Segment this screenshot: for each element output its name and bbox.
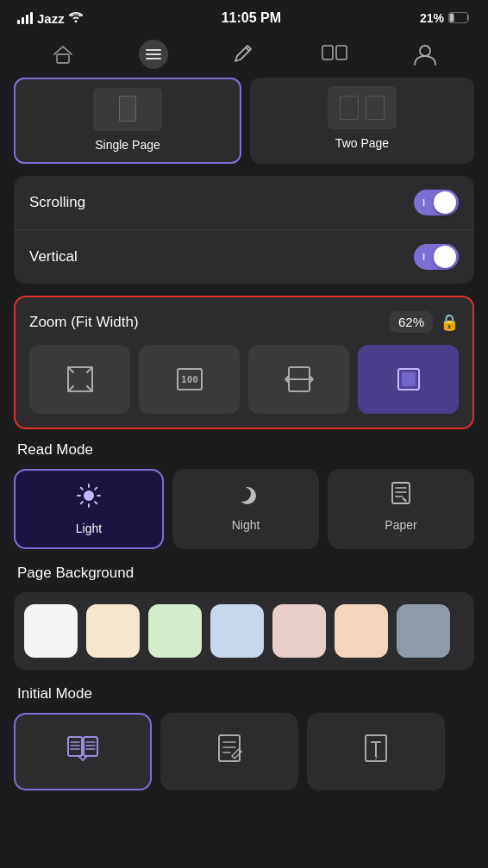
two-page-button[interactable]: Two Page — [250, 78, 474, 164]
home-icon[interactable] — [41, 36, 84, 72]
zoom-fit-height-button[interactable] — [358, 345, 459, 414]
vertical-toggle[interactable] — [414, 244, 459, 270]
svg-rect-5 — [146, 53, 161, 55]
color-pink[interactable] — [272, 604, 326, 658]
initial-mode-book-button[interactable] — [14, 713, 152, 790]
status-bar: Jazz 11:05 PM 21% — [0, 0, 488, 31]
zoom-fit-width-button[interactable] — [248, 345, 349, 414]
top-nav — [0, 31, 488, 78]
scrolling-label: Scrolling — [29, 194, 85, 211]
zoom-value-row: 62% 🔒 — [390, 311, 459, 333]
battery-label: 21% — [420, 11, 444, 25]
vertical-row: Vertical — [14, 229, 474, 284]
svg-text:100: 100 — [181, 374, 198, 385]
vertical-label: Vertical — [29, 248, 78, 265]
two-page-icon — [328, 86, 397, 129]
page-background-label: Page Background — [14, 565, 474, 582]
scrolling-knob — [434, 191, 456, 214]
svg-rect-1 — [450, 13, 454, 22]
text-icon: T — [361, 734, 391, 771]
book-icon — [66, 734, 99, 771]
svg-rect-6 — [146, 58, 161, 59]
zoom-section: Zoom (Fit Width) 62% 🔒 100 — [14, 296, 474, 429]
single-page-button[interactable]: Single Page — [14, 78, 241, 164]
color-gray[interactable] — [397, 604, 450, 658]
svg-rect-7 — [322, 46, 333, 59]
single-page-icon — [93, 88, 162, 131]
color-peach[interactable] — [335, 604, 388, 658]
svg-rect-37 — [84, 737, 97, 756]
wifi-icon — [69, 12, 83, 25]
svg-rect-36 — [68, 737, 82, 756]
color-swatches — [14, 592, 474, 670]
svg-line-31 — [81, 502, 83, 503]
read-mode-section: Read Mode Light — [14, 441, 474, 549]
color-white[interactable] — [24, 604, 78, 658]
initial-mode-note-button[interactable] — [160, 713, 298, 790]
svg-rect-2 — [57, 54, 69, 63]
color-green[interactable] — [148, 604, 202, 658]
status-right: 21% — [420, 11, 471, 26]
lock-icon[interactable]: 🔒 — [440, 313, 459, 332]
zoom-fit-page-button[interactable] — [29, 345, 130, 414]
read-mode-paper-label: Paper — [385, 518, 416, 532]
initial-mode-section: Initial Mode — [14, 685, 474, 790]
scrolling-toggle[interactable] — [414, 190, 459, 215]
moon-icon — [234, 481, 258, 511]
carrier-label: Jazz — [37, 11, 65, 26]
svg-point-9 — [420, 46, 430, 56]
read-mode-light-button[interactable]: Light — [14, 469, 164, 549]
initial-mode-text-button[interactable]: T — [307, 713, 445, 790]
color-blue[interactable] — [210, 604, 264, 658]
svg-line-28 — [81, 488, 83, 490]
read-mode-light-label: Light — [76, 521, 102, 535]
initial-mode-label: Initial Mode — [14, 685, 474, 703]
read-mode-label: Read Mode — [14, 441, 474, 459]
sun-icon — [76, 483, 102, 515]
page-background-section: Page Background — [14, 565, 474, 670]
toggle-section: Scrolling Vertical — [14, 176, 474, 284]
initial-mode-buttons: T — [14, 713, 474, 790]
read-mode-night-label: Night — [232, 518, 260, 532]
battery-icon — [448, 11, 471, 26]
page-layout-row: Single Page Two Page — [14, 78, 474, 164]
scrolling-row: Scrolling — [14, 176, 474, 229]
read-mode-paper-button[interactable]: Paper — [328, 469, 474, 549]
svg-rect-15 — [366, 97, 384, 119]
svg-text:T: T — [374, 755, 379, 763]
svg-rect-4 — [146, 49, 161, 51]
zoom-title: Zoom (Fit Width) — [29, 314, 139, 331]
svg-point-23 — [84, 490, 94, 501]
main-content: Single Page Two Page Scrolling Vertical — [0, 78, 488, 790]
vertical-knob — [434, 246, 456, 268]
read-mode-buttons: Light Night — [14, 469, 474, 549]
svg-line-29 — [95, 502, 97, 503]
svg-rect-11 — [120, 97, 135, 121]
single-page-label: Single Page — [95, 138, 160, 152]
time-label: 11:05 PM — [222, 10, 281, 26]
svg-line-30 — [95, 488, 97, 490]
user-icon[interactable] — [404, 36, 447, 72]
signal-bars — [17, 12, 33, 24]
status-left: Jazz — [17, 11, 83, 26]
zoom-buttons: 100 — [29, 345, 459, 414]
edit-icon[interactable] — [222, 36, 266, 72]
zoom-header: Zoom (Fit Width) 62% 🔒 — [29, 311, 459, 333]
paper-icon — [389, 481, 413, 511]
note-icon — [215, 734, 244, 771]
svg-rect-8 — [336, 46, 347, 59]
zoom-value: 62% — [390, 311, 433, 333]
svg-rect-13 — [341, 97, 358, 119]
color-cream[interactable] — [86, 604, 140, 658]
svg-rect-32 — [392, 483, 410, 503]
bookmark-icon[interactable] — [313, 36, 356, 72]
read-mode-night-button[interactable]: Night — [172, 469, 319, 549]
two-page-label: Two Page — [335, 136, 389, 150]
zoom-100-button[interactable]: 100 — [139, 345, 240, 414]
svg-rect-22 — [402, 372, 416, 386]
menu-icon[interactable] — [132, 36, 175, 72]
